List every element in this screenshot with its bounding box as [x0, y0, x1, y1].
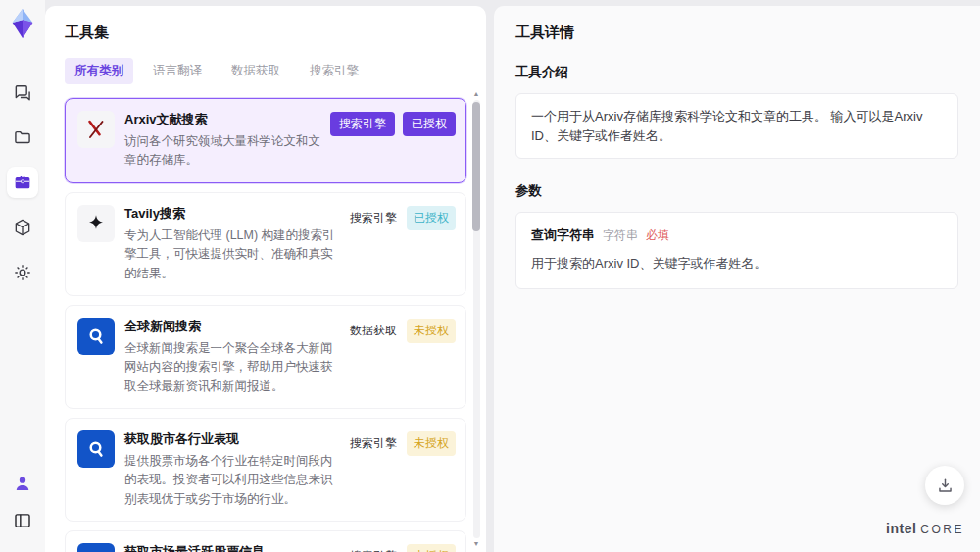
intel-core-logo: intel core [886, 521, 964, 536]
tool-card-global-news[interactable]: 全球新闻搜索 全球新闻搜索是一个聚合全球各大新闻网站内容的搜索引擎，帮助用户快速… [65, 305, 466, 409]
detail-title: 工具详情 [515, 24, 958, 42]
unauthorized-badge: 未授权 [407, 544, 456, 552]
tool-name: Tavily搜索 [124, 205, 338, 223]
category-badge: 搜索引擎 [330, 112, 395, 136]
category-label: 搜索引擎 [348, 431, 399, 456]
brand-intel: intel [886, 521, 916, 536]
news-search-icon [77, 318, 115, 355]
tool-description: 全球新闻搜索是一个聚合全球各大新闻网站内容的搜索引擎，帮助用户快速获取全球最新资… [124, 339, 338, 396]
tool-list: Arxiv文献搜索 访问各个研究领域大量科学论文和文章的存储库。 搜索引擎 已授… [65, 98, 466, 552]
tool-description: 专为人工智能代理 (LLM) 构建的搜索引擎工具，可快速提供实时、准确和真实的结… [124, 226, 338, 283]
tool-name: Arxiv文献搜索 [124, 111, 320, 128]
arxiv-icon [77, 111, 115, 148]
list-scrollbar[interactable]: ▲ ▼ [471, 90, 481, 548]
tool-list-panel: 工具集 所有类别 语言翻译 数据获取 搜索引擎 A [45, 6, 486, 552]
param-required-flag: 必填 [646, 227, 669, 244]
category-label: 数据获取 [348, 319, 399, 343]
category-label: 搜索引擎 [348, 206, 399, 230]
tab-all-categories[interactable]: 所有类别 [65, 58, 133, 84]
scrollbar-down-arrow[interactable]: ▼ [471, 540, 481, 548]
sidebar-toggle-icon[interactable] [7, 505, 38, 536]
tool-name: 获取股市各行业表现 [124, 430, 338, 448]
param-name: 查询字符串 [531, 226, 595, 244]
news-search-icon [77, 430, 115, 468]
app-window: 工具集 所有类别 语言翻译 数据获取 搜索引擎 A [0, 0, 980, 552]
icon-rail [0, 0, 45, 552]
user-avatar-icon[interactable] [7, 468, 38, 499]
tab-language-translation[interactable]: 语言翻译 [143, 58, 212, 84]
param-type: 字符串 [603, 227, 638, 244]
tool-card-most-active-stocks[interactable]: 获取市场最活跃股票信息 提供当天交易量最高的股票列表，投资者可以利用这些信息来识… [65, 530, 466, 552]
tool-card-arxiv[interactable]: Arxiv文献搜索 访问各个研究领域大量科学论文和文章的存储库。 搜索引擎 已授… [65, 98, 466, 183]
tool-name: 全球新闻搜索 [124, 318, 338, 335]
authorized-badge: 已授权 [403, 112, 456, 136]
unauthorized-badge: 未授权 [407, 431, 456, 456]
intro-heading: 工具介绍 [515, 64, 958, 81]
params-heading: 参数 [515, 182, 958, 200]
param-description: 用于搜索的Arxiv ID、关键字或作者姓名。 [531, 255, 943, 273]
authorized-badge: 已授权 [407, 206, 456, 230]
scrollbar-thumb[interactable] [472, 102, 480, 231]
scrollbar-up-arrow[interactable]: ▲ [471, 90, 481, 98]
tool-description: 访问各个研究领域大量科学论文和文章的存储库。 [124, 132, 320, 171]
tool-detail-panel: 工具详情 工具介绍 一个用于从Arxiv存储库搜索科学论文和文章的工具。 输入可… [494, 6, 980, 552]
tool-description: 提供股票市场各个行业在特定时间段内的表现。投资者可以利用这些信息来识别表现优于或… [124, 452, 338, 509]
main-area: 工具集 所有类别 语言翻译 数据获取 搜索引擎 A [45, 0, 980, 552]
download-button[interactable] [925, 466, 964, 505]
tool-name: 获取市场最活跃股票信息 [124, 543, 338, 552]
tool-intro-text: 一个用于从Arxiv存储库搜索科学论文和文章的工具。 输入可以是Arxiv ID… [515, 93, 958, 159]
tavily-sparkle-icon [77, 205, 115, 242]
cube-icon[interactable] [7, 212, 38, 243]
settings-gear-icon[interactable] [7, 257, 38, 288]
tab-data-fetch[interactable]: 数据获取 [221, 58, 290, 84]
tab-search-engine[interactable]: 搜索引擎 [300, 58, 368, 84]
category-tabs: 所有类别 语言翻译 数据获取 搜索引擎 [65, 58, 466, 84]
chat-icon[interactable] [7, 76, 38, 108]
category-label: 搜索引擎 [348, 544, 399, 552]
download-icon [936, 477, 955, 495]
page-title: 工具集 [65, 24, 466, 42]
tool-card-sector-performance[interactable]: 获取股市各行业表现 提供股票市场各个行业在特定时间段内的表现。投资者可以利用这些… [65, 418, 466, 522]
app-logo [8, 8, 37, 39]
toolbox-icon-active[interactable] [7, 167, 38, 198]
parameter-card: 查询字符串 字符串 必填 用于搜索的Arxiv ID、关键字或作者姓名。 [515, 212, 958, 289]
tool-card-tavily[interactable]: Tavily搜索 专为人工智能代理 (LLM) 构建的搜索引擎工具，可快速提供实… [65, 192, 466, 296]
folder-icon[interactable] [7, 122, 38, 153]
brand-core: core [920, 523, 964, 536]
unauthorized-badge: 未授权 [407, 319, 456, 343]
news-search-icon [77, 543, 115, 552]
